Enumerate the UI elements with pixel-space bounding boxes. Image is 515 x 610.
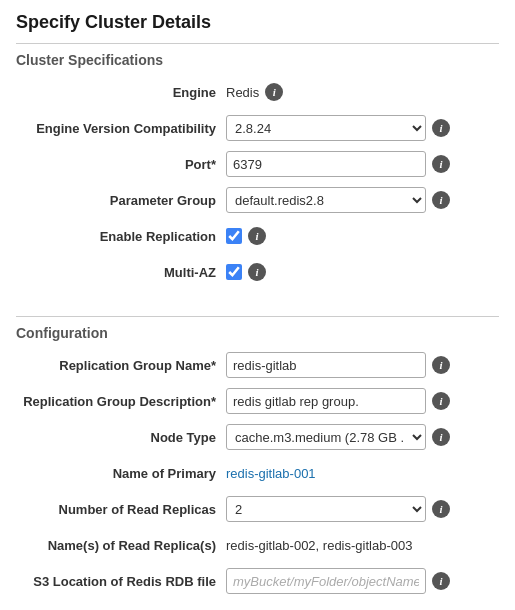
num-read-replicas-select[interactable]: 2	[226, 496, 426, 522]
divider-config	[16, 316, 499, 317]
name-of-primary-link[interactable]: redis-gitlab-001	[226, 466, 316, 481]
cluster-specs-section: Cluster Specifications Engine Redis i En…	[16, 52, 499, 286]
page-container: Specify Cluster Details Cluster Specific…	[0, 0, 515, 610]
s3-location-control: i	[226, 568, 499, 594]
engine-version-select[interactable]: 2.8.24	[226, 115, 426, 141]
replication-group-desc-input[interactable]	[226, 388, 426, 414]
multi-az-label: Multi-AZ	[16, 265, 226, 280]
num-read-replicas-row: Number of Read Replicas 2 i	[16, 495, 499, 523]
page-title: Specify Cluster Details	[16, 12, 499, 33]
configuration-section: Configuration Replication Group Name* i …	[16, 325, 499, 595]
name-of-primary-row: Name of Primary redis-gitlab-001	[16, 459, 499, 487]
enable-replication-row: Enable Replication i	[16, 222, 499, 250]
enable-replication-checkbox[interactable]	[226, 228, 242, 244]
engine-control: Redis i	[226, 83, 499, 101]
s3-location-input[interactable]	[226, 568, 426, 594]
parameter-group-select[interactable]: default.redis2.8	[226, 187, 426, 213]
divider-top	[16, 43, 499, 44]
port-label: Port*	[16, 157, 226, 172]
node-type-label: Node Type	[16, 430, 226, 445]
parameter-group-label: Parameter Group	[16, 193, 226, 208]
engine-version-label: Engine Version Compatibility	[16, 121, 226, 136]
node-type-row: Node Type cache.m3.medium (2.78 GB ... i	[16, 423, 499, 451]
name-of-primary-control: redis-gitlab-001	[226, 466, 499, 481]
replication-group-name-info-icon[interactable]: i	[432, 356, 450, 374]
num-read-replicas-control: 2 i	[226, 496, 499, 522]
s3-location-info-icon[interactable]: i	[432, 572, 450, 590]
num-read-replicas-label: Number of Read Replicas	[16, 502, 226, 517]
port-info-icon[interactable]: i	[432, 155, 450, 173]
port-row: Port* i	[16, 150, 499, 178]
node-type-info-icon[interactable]: i	[432, 428, 450, 446]
multi-az-info-icon[interactable]: i	[248, 263, 266, 281]
multi-az-row: Multi-AZ i	[16, 258, 499, 286]
enable-replication-label: Enable Replication	[16, 229, 226, 244]
engine-version-control: 2.8.24 i	[226, 115, 499, 141]
parameter-group-control: default.redis2.8 i	[226, 187, 499, 213]
engine-label: Engine	[16, 85, 226, 100]
replication-group-name-input[interactable]	[226, 352, 426, 378]
num-read-replicas-info-icon[interactable]: i	[432, 500, 450, 518]
port-input[interactable]	[226, 151, 426, 177]
replication-group-desc-info-icon[interactable]: i	[432, 392, 450, 410]
replication-group-name-label: Replication Group Name*	[16, 358, 226, 373]
parameter-group-row: Parameter Group default.redis2.8 i	[16, 186, 499, 214]
read-replica-names-control: redis-gitlab-002, redis-gitlab-003	[226, 538, 499, 553]
read-replica-names-row: Name(s) of Read Replica(s) redis-gitlab-…	[16, 531, 499, 559]
replication-group-name-control: i	[226, 352, 499, 378]
node-type-control: cache.m3.medium (2.78 GB ... i	[226, 424, 499, 450]
s3-location-row: S3 Location of Redis RDB file i	[16, 567, 499, 595]
spacer	[16, 304, 499, 316]
read-replica-names-value: redis-gitlab-002, redis-gitlab-003	[226, 538, 412, 553]
read-replica-names-label: Name(s) of Read Replica(s)	[16, 538, 226, 553]
replication-group-name-row: Replication Group Name* i	[16, 351, 499, 379]
multi-az-control: i	[226, 263, 499, 281]
replication-group-desc-label: Replication Group Description*	[16, 394, 226, 409]
replication-group-desc-control: i	[226, 388, 499, 414]
node-type-select[interactable]: cache.m3.medium (2.78 GB ...	[226, 424, 426, 450]
configuration-header: Configuration	[16, 325, 499, 341]
engine-value: Redis	[226, 85, 259, 100]
multi-az-checkbox[interactable]	[226, 264, 242, 280]
engine-version-info-icon[interactable]: i	[432, 119, 450, 137]
name-of-primary-label: Name of Primary	[16, 466, 226, 481]
enable-replication-info-icon[interactable]: i	[248, 227, 266, 245]
engine-row: Engine Redis i	[16, 78, 499, 106]
port-control: i	[226, 151, 499, 177]
cluster-specs-header: Cluster Specifications	[16, 52, 499, 68]
replication-group-desc-row: Replication Group Description* i	[16, 387, 499, 415]
engine-version-row: Engine Version Compatibility 2.8.24 i	[16, 114, 499, 142]
s3-location-label: S3 Location of Redis RDB file	[16, 574, 226, 589]
enable-replication-control: i	[226, 227, 499, 245]
parameter-group-info-icon[interactable]: i	[432, 191, 450, 209]
engine-info-icon[interactable]: i	[265, 83, 283, 101]
